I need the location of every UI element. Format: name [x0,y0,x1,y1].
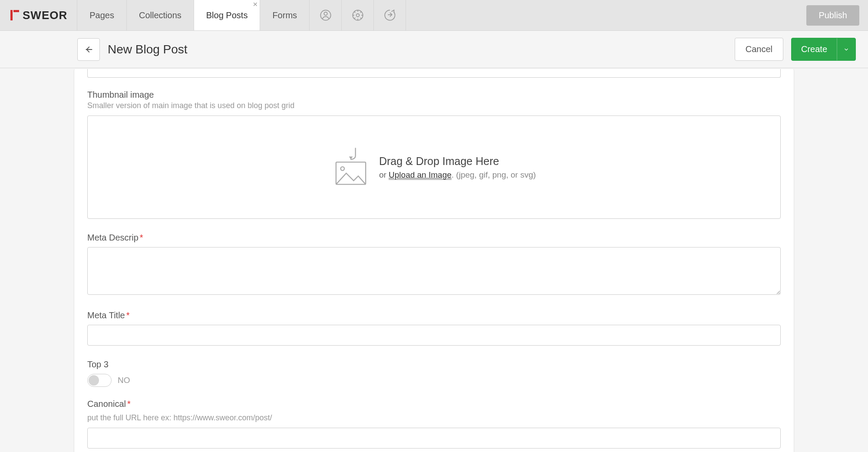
dropzone-text: Drag & Drop Image Here or Upload an Imag… [379,155,536,180]
user-icon[interactable] [310,0,342,30]
header-actions: Cancel Create [735,38,856,61]
create-dropdown-toggle[interactable] [837,38,855,60]
svg-rect-0 [10,10,13,20]
brand-logo-mark [10,9,20,21]
create-button[interactable]: Create [791,38,856,61]
dropzone-subtitle: or Upload an Image. (jpeg, gif, png, or … [379,170,536,180]
upload-image-link[interactable]: Upload an Image [389,170,452,180]
brand-name: SWEOR [23,9,67,22]
publish-button[interactable]: Publish [806,5,859,26]
tab-pages[interactable]: Pages [77,0,127,30]
canonical-label: Canonical* [87,399,781,409]
previous-field-partial[interactable] [87,69,781,78]
brand-logo[interactable]: SWEOR [0,0,77,30]
settings-icon[interactable] [342,0,374,30]
required-marker: * [140,233,143,242]
back-button[interactable] [77,38,100,61]
canonical-desc: put the full URL here ex: https://www.sw… [87,413,781,422]
cancel-button[interactable]: Cancel [735,38,783,61]
top-bar: SWEOR Pages Collections Blog Posts ✕ For… [0,0,868,31]
thumbnail-dropzone[interactable]: Drag & Drop Image Here or Upload an Imag… [87,115,781,219]
form-card: Thumbnail image Smaller version of main … [74,69,794,452]
top3-state: NO [118,376,130,385]
thumbnail-desc: Smaller version of main image that is us… [87,101,781,110]
image-upload-icon [332,145,370,189]
meta-title-input[interactable] [87,325,781,346]
create-button-label: Create [792,38,837,60]
svg-point-8 [340,167,344,171]
canonical-input[interactable] [87,428,781,449]
svg-rect-1 [13,10,19,12]
top3-toggle-row: NO [87,374,781,387]
top3-label: Top 3 [87,360,781,370]
sub-header: New Blog Post Cancel Create [0,31,868,68]
tab-blog-posts[interactable]: Blog Posts ✕ [194,0,261,30]
tab-collections[interactable]: Collections [127,0,194,30]
close-icon[interactable]: ✕ [251,0,260,9]
icon-tabs [310,0,406,30]
meta-descrip-input[interactable] [87,247,781,295]
dropzone-title: Drag & Drop Image Here [379,155,536,168]
page-title: New Blog Post [108,43,188,56]
arrow-left-icon [84,45,93,54]
svg-point-6 [356,14,359,17]
svg-rect-7 [336,162,366,184]
top3-toggle[interactable] [87,374,112,387]
svg-point-4 [324,12,327,15]
thumbnail-label: Thumbnail image [87,90,781,100]
main-scroll-area[interactable]: Thumbnail image Smaller version of main … [0,68,868,452]
export-icon[interactable] [374,0,406,30]
toggle-knob [89,375,99,386]
required-marker: * [126,310,130,320]
meta-descrip-label: Meta Descrip* [87,233,781,243]
required-marker: * [127,399,131,409]
tab-forms[interactable]: Forms [260,0,310,30]
meta-title-label: Meta Title* [87,310,781,320]
main-tabs: Pages Collections Blog Posts ✕ Forms [77,0,310,30]
chevron-down-icon [843,46,849,53]
